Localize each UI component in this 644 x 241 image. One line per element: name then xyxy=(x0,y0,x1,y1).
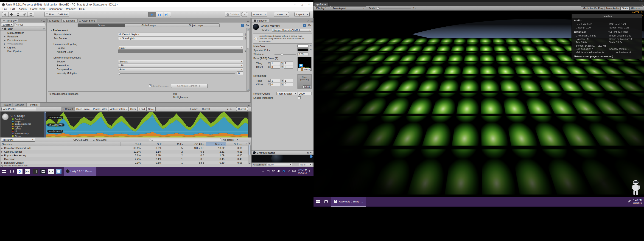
google-app-icon[interactable]: G xyxy=(17,169,22,174)
pane-menu-icon[interactable]: ▾≡ xyxy=(310,152,312,154)
notification-center-icon[interactable] xyxy=(309,170,312,173)
scene-header-row[interactable]: ▼ Main ▾≡ xyxy=(0,27,46,31)
offset-x-field[interactable]: 0 xyxy=(270,65,280,69)
expander-icon[interactable]: ▶ xyxy=(4,39,6,41)
preview-light-icon[interactable]: ☀ xyxy=(310,155,312,158)
material-preview-viewport[interactable]: ☀ xyxy=(252,155,314,162)
column-header-self-ms[interactable]: Self ms xyxy=(226,142,244,146)
tab-profiler[interactable]: ◔Profiler xyxy=(26,103,40,106)
legend-item-vsync[interactable]: VSync xyxy=(12,128,31,130)
assetbundle-variant-dropdown[interactable]: None▾ xyxy=(299,163,312,166)
legend-item-garbagecollector[interactable]: GarbageCollector xyxy=(12,123,31,125)
lock-icon[interactable] xyxy=(308,21,310,22)
legend-item-native-memory[interactable]: Native Memory xyxy=(12,132,31,135)
table-row[interactable]: ▶Camera.Render12.3%1.1%20 B2.310.21 xyxy=(0,150,248,154)
pane-menu-icon[interactable]: ▾≡ xyxy=(248,104,250,106)
tab-hierarchy[interactable]: ≔Hierarchy xyxy=(1,18,18,22)
assetbundle-dropdown[interactable]: None▾ xyxy=(267,163,292,166)
offset-y-field[interactable]: 0 xyxy=(284,65,293,69)
sun-source-field[interactable]: ☀Sun (Light) xyxy=(118,36,243,40)
move-tool-button[interactable] xyxy=(8,12,15,17)
menu-component[interactable]: Component xyxy=(47,7,64,11)
tiling-y-field[interactable]: 1 xyxy=(284,62,293,65)
hand-tool-button[interactable] xyxy=(2,12,8,17)
resolution-dropdown[interactable]: 128▾ xyxy=(118,64,243,67)
task-view-button[interactable] xyxy=(9,169,15,174)
start-button[interactable] xyxy=(315,199,321,204)
expander-icon[interactable]: ▶ xyxy=(2,162,3,164)
mute-audio-button[interactable]: Mute Audio xyxy=(605,6,620,10)
shader-dropdown[interactable]: BumpedSpecularVtxCol▾ xyxy=(272,28,311,32)
hierarchy-item[interactable]: ▶Persistent canvas xyxy=(0,38,46,42)
display-dropdown[interactable]: Display 1▾ xyxy=(315,6,330,10)
tray-chevron-icon[interactable] xyxy=(262,170,264,173)
scale-tool-button[interactable] xyxy=(21,12,28,17)
unity-taskbar-button[interactable]: Unity 5.6.1f1 Perso... xyxy=(64,167,96,176)
expander-icon[interactable]: ▶ xyxy=(2,154,3,156)
table-row[interactable]: ▶CoroutinesDelayedCalls69.6%0.3%5181.7 K… xyxy=(0,146,248,150)
tray-pen-icon[interactable] xyxy=(287,170,290,173)
shininess-value-field[interactable]: 0.03 xyxy=(298,52,308,56)
tab-scene[interactable]: Scene xyxy=(48,18,61,22)
maximize-on-play-button[interactable]: Maximize On Play xyxy=(581,6,605,10)
hierarchy-search-input[interactable]: ▾ All xyxy=(15,23,46,26)
game-window-topstrip[interactable]: □✕ xyxy=(314,0,644,2)
detail-mode-dropdown[interactable]: Hierarchy▾ xyxy=(1,138,35,142)
generate-lighting-button[interactable]: Generate Lighting▾ xyxy=(171,84,208,88)
current-frame-button[interactable]: Current xyxy=(236,107,248,111)
float-close-icon[interactable]: ✕ xyxy=(641,0,642,2)
hierarchy-item[interactable]: ▶Pausable xyxy=(0,35,46,38)
help-book-icon[interactable]: ? xyxy=(303,24,306,27)
global-toggle-button[interactable]: Global xyxy=(56,12,69,17)
menu-file[interactable]: File xyxy=(1,7,9,11)
legend-item-rendering[interactable]: Rendering xyxy=(12,118,31,120)
help-book-icon[interactable]: ? xyxy=(241,24,244,27)
nm-tiling-y-field[interactable]: 1 xyxy=(284,79,293,82)
nm-tiling-x-field[interactable]: 1 xyxy=(270,79,280,82)
render-queue-dropdown[interactable]: From Shader▾ xyxy=(276,92,297,95)
minimize-icon[interactable]: – xyxy=(294,3,296,6)
edge-app-icon[interactable] xyxy=(56,169,62,174)
pause-button[interactable]: ▮▮ xyxy=(156,12,164,17)
legend-item-scripts[interactable]: Scripts xyxy=(12,120,31,123)
maximize-icon[interactable]: ▢ xyxy=(300,3,303,6)
menu-assets[interactable]: Assets xyxy=(17,7,28,11)
column-header-gc-alloc[interactable]: GC Alloc xyxy=(184,142,206,146)
tab-inspector[interactable]: iInspector xyxy=(252,18,269,22)
aspect-dropdown[interactable]: Free Aspect▾ xyxy=(331,6,366,10)
table-scrollbar[interactable]: ▲▼ xyxy=(248,142,251,164)
column-header-calls[interactable]: Calls xyxy=(163,142,184,146)
deep-profile-button[interactable]: Deep Profile xyxy=(75,107,92,111)
save-button[interactable]: Save xyxy=(147,107,156,111)
compression-dropdown[interactable]: Auto▾ xyxy=(118,68,243,71)
tray-window-icon[interactable] xyxy=(267,170,270,173)
refl-source-dropdown[interactable]: Skybox▾ xyxy=(118,60,243,63)
specular-color-swatch[interactable] xyxy=(298,48,308,52)
lighting-scrollbar[interactable]: ▲▼ xyxy=(246,28,250,91)
column-header-total[interactable]: Total xyxy=(120,142,142,146)
account-dropdown[interactable]: Account▾ xyxy=(251,12,268,17)
legend-item-physics[interactable]: Physics xyxy=(12,125,31,128)
tray-onedrive-icon[interactable] xyxy=(282,170,285,173)
select-normalmap-button[interactable]: Select xyxy=(302,86,311,88)
table-row[interactable]: ▶Physics.Processing5.8%3.4%20 B1.090.63 xyxy=(0,154,248,157)
status-message[interactable]: Placed metal part? True xyxy=(4,164,28,167)
record-button[interactable]: ●Record xyxy=(62,107,75,111)
pane-menu-icon[interactable]: ▾≡ xyxy=(310,20,312,22)
taskbar-clock[interactable]: 1:46 PM7/2/2017 xyxy=(298,168,307,174)
taskbar-clock[interactable]: 1:46 PM7/2/2017 xyxy=(633,199,642,205)
active-profiler-button[interactable]: Active Profiler▾ xyxy=(109,107,129,111)
intensity-value-field[interactable]: 0 xyxy=(237,72,243,75)
tiling-x-field[interactable]: 1 xyxy=(270,62,280,65)
subtab-global-maps[interactable]: Global maps xyxy=(125,24,172,27)
prev-frame-button[interactable]: ◀ xyxy=(226,108,228,110)
nm-offset-y-field[interactable]: 0 xyxy=(284,83,293,86)
unity-titlebar[interactable]: Unity 5.6.1f1 Personal (64bit) - Main.un… xyxy=(0,2,313,7)
tray-wifi-icon[interactable] xyxy=(272,170,275,173)
hierarchy-item[interactable]: MainController xyxy=(0,31,46,35)
gizmos-dropdown[interactable]: Gizmos▾ xyxy=(630,6,643,10)
tab-console[interactable]: Console xyxy=(13,103,26,106)
float-maximize-icon[interactable]: □ xyxy=(639,0,640,2)
pane-menu-icon[interactable]: ▾≡ xyxy=(640,4,644,6)
cpu-usage-chart[interactable]: 16ms (60FPS)10ms (100FPS)5ms (200FPS) xyxy=(46,112,248,138)
